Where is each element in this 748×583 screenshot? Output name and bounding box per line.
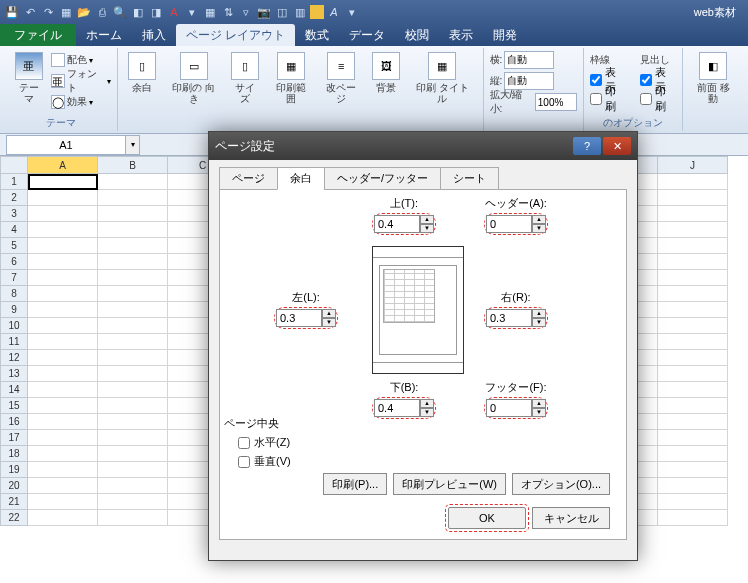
name-box-dropdown-icon[interactable]: ▾ — [126, 135, 140, 155]
qat-filter-icon[interactable]: ▿ — [238, 4, 254, 20]
cell[interactable] — [98, 318, 168, 334]
row-header[interactable]: 1 — [0, 174, 28, 190]
cell[interactable] — [98, 366, 168, 382]
qat-dropdown-icon[interactable]: ▾ — [344, 4, 360, 20]
tab-home[interactable]: ホーム — [76, 24, 132, 46]
cell[interactable] — [28, 414, 98, 430]
margin-header-input[interactable] — [486, 215, 532, 233]
tab-developer[interactable]: 開発 — [483, 24, 527, 46]
tab-insert[interactable]: 挿入 — [132, 24, 176, 46]
cell[interactable] — [28, 446, 98, 462]
gridlines-print-checkbox[interactable]: 印刷 — [590, 90, 626, 108]
cell[interactable] — [98, 382, 168, 398]
theme-effects-button[interactable]: ◯効果▾ — [51, 92, 111, 112]
cell[interactable] — [98, 302, 168, 318]
qat-undo-icon[interactable]: ↶ — [22, 4, 38, 20]
cell[interactable] — [98, 190, 168, 206]
cell[interactable] — [98, 286, 168, 302]
dialog-close-button[interactable]: ✕ — [603, 137, 631, 155]
row-header[interactable]: 21 — [0, 494, 28, 510]
cell[interactable] — [658, 190, 728, 206]
cell[interactable] — [98, 350, 168, 366]
background-button[interactable]: 🖼背景 — [368, 50, 404, 95]
qat-generic-icon[interactable]: ◧ — [130, 4, 146, 20]
qat-new-icon[interactable]: ▦ — [58, 4, 74, 20]
row-header[interactable]: 15 — [0, 398, 28, 414]
cell[interactable] — [28, 366, 98, 382]
qat-generic-icon[interactable]: ◨ — [148, 4, 164, 20]
row-header[interactable]: 20 — [0, 478, 28, 494]
select-all-corner[interactable] — [0, 156, 28, 174]
cell[interactable] — [658, 494, 728, 510]
cell[interactable] — [658, 318, 728, 334]
cell[interactable] — [28, 350, 98, 366]
row-header[interactable]: 19 — [0, 462, 28, 478]
cell[interactable] — [98, 206, 168, 222]
row-header[interactable]: 11 — [0, 334, 28, 350]
spinner-icon[interactable]: ▲▼ — [532, 309, 546, 327]
margin-footer-input[interactable] — [486, 399, 532, 417]
cell[interactable] — [98, 462, 168, 478]
cell[interactable] — [98, 478, 168, 494]
cell[interactable] — [98, 398, 168, 414]
cancel-button[interactable]: キャンセル — [532, 507, 610, 529]
qat-open-icon[interactable]: 📂 — [76, 4, 92, 20]
print-titles-button[interactable]: ▦印刷 タイトル — [408, 50, 476, 106]
cell[interactable] — [98, 238, 168, 254]
cell[interactable] — [658, 414, 728, 430]
column-header[interactable]: B — [98, 156, 168, 174]
cell[interactable] — [28, 494, 98, 510]
margin-left-input[interactable] — [276, 309, 322, 327]
orientation-button[interactable]: ▭印刷の 向き — [164, 50, 223, 106]
cell[interactable] — [28, 334, 98, 350]
tab-view[interactable]: 表示 — [439, 24, 483, 46]
cell[interactable] — [28, 430, 98, 446]
cell[interactable] — [28, 382, 98, 398]
cell[interactable] — [658, 510, 728, 526]
cell[interactable] — [98, 222, 168, 238]
cell[interactable] — [98, 270, 168, 286]
cell[interactable] — [28, 238, 98, 254]
spinner-icon[interactable]: ▲▼ — [322, 309, 336, 327]
width-select[interactable] — [504, 51, 554, 69]
scale-input[interactable] — [535, 93, 577, 111]
spinner-icon[interactable]: ▲▼ — [420, 399, 434, 417]
cell[interactable] — [658, 254, 728, 270]
ok-button[interactable]: OK — [448, 507, 526, 529]
row-header[interactable]: 6 — [0, 254, 28, 270]
cell[interactable] — [28, 286, 98, 302]
qat-font-color-icon[interactable]: A — [166, 4, 182, 20]
cell[interactable] — [658, 398, 728, 414]
column-header[interactable]: A — [28, 156, 98, 174]
cell[interactable] — [658, 334, 728, 350]
row-header[interactable]: 4 — [0, 222, 28, 238]
cell[interactable] — [658, 222, 728, 238]
row-header[interactable]: 3 — [0, 206, 28, 222]
dialog-tab-header-footer[interactable]: ヘッダー/フッター — [324, 167, 441, 190]
cell[interactable] — [28, 190, 98, 206]
cell[interactable] — [658, 286, 728, 302]
row-header[interactable]: 17 — [0, 430, 28, 446]
dialog-titlebar[interactable]: ページ設定 ? ✕ — [209, 132, 637, 160]
cell[interactable] — [98, 446, 168, 462]
dialog-tab-sheet[interactable]: シート — [440, 167, 499, 190]
cell[interactable] — [28, 398, 98, 414]
spinner-icon[interactable]: ▲▼ — [532, 399, 546, 417]
cell[interactable] — [658, 462, 728, 478]
cell[interactable] — [658, 430, 728, 446]
cell[interactable] — [658, 174, 728, 190]
tab-data[interactable]: データ — [339, 24, 395, 46]
cell[interactable] — [28, 206, 98, 222]
themes-button[interactable]: 亜 テーマ — [10, 50, 47, 106]
cell[interactable] — [98, 254, 168, 270]
margin-right-input[interactable] — [486, 309, 532, 327]
margin-bottom-input[interactable] — [374, 399, 420, 417]
cell[interactable] — [98, 414, 168, 430]
breaks-button[interactable]: ≡改ページ — [318, 50, 364, 106]
tab-review[interactable]: 校閲 — [395, 24, 439, 46]
center-vertical-checkbox[interactable]: 垂直(V) — [238, 454, 291, 469]
row-header[interactable]: 18 — [0, 446, 28, 462]
cell[interactable] — [28, 478, 98, 494]
cell[interactable] — [658, 302, 728, 318]
dialog-help-button[interactable]: ? — [573, 137, 601, 155]
